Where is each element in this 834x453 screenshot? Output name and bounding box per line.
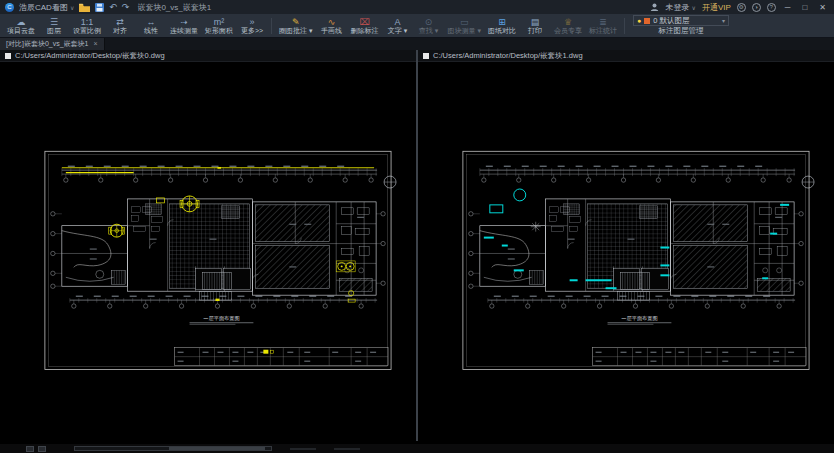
settings-icon[interactable]: ⚙ <box>737 3 746 12</box>
toolbar-item-delete-annotation[interactable]: ⌧删除标注 <box>347 14 381 38</box>
user-icon <box>650 3 659 11</box>
find-icon: ⊙ <box>425 17 433 27</box>
file-path-right: C:/Users/Administrator/Desktop/嵌套块1.dwg <box>433 51 583 61</box>
toolbar-item-drawing-compare[interactable]: ⊞图纸对比 <box>485 14 519 38</box>
freehand-line-label: 手画线 <box>321 27 342 35</box>
zoom-slider-handle[interactable] <box>169 447 265 450</box>
toolbar-item-linear-dim[interactable]: ↔线性 <box>136 14 166 38</box>
toolbar-item-text-annotate[interactable]: A文字 ▾ <box>382 14 412 38</box>
open-file-button[interactable] <box>79 3 90 12</box>
set-scale-icon: 1:1 <box>81 17 94 27</box>
tab-compare-result[interactable]: [对比]嵌套块0_vs_嵌套块1 × <box>0 38 105 50</box>
linear-dim-label: 线性 <box>144 27 158 35</box>
close-button[interactable]: ✕ <box>816 3 829 12</box>
cloud-drive-icon: ☁ <box>17 17 26 27</box>
toolbar-item-continuous-measure[interactable]: ⇢连续测量 <box>167 14 201 38</box>
cad-canvas-right[interactable]: 一层平面布置图 <box>418 62 834 441</box>
drawing-pane-right: C:/Users/Administrator/Desktop/嵌套块1.dwg … <box>418 50 834 441</box>
cad-canvas-left[interactable]: 一层平面布置图 <box>0 62 416 441</box>
chevron-down-icon: ▾ <box>722 17 725 24</box>
toolbar: ☁项目云盘☰图层1:1设置比例⇄对齐↔线性⇢连续测量m²矩形面积»更多>>✎圈图… <box>0 14 834 38</box>
zoom-in-button[interactable] <box>38 446 46 452</box>
toolbar-item-rect-area[interactable]: m²矩形面积 <box>202 14 236 38</box>
toolbar-item-cloud-drive[interactable]: ☁项目云盘 <box>4 14 38 38</box>
open-vip-button[interactable]: 开通VIP <box>702 2 731 13</box>
undo-button[interactable]: ↶ <box>109 3 117 12</box>
layer-color-swatch[interactable] <box>644 18 650 24</box>
text-annotate-icon: A <box>394 17 400 27</box>
rect-area-label: 矩形面积 <box>205 27 233 35</box>
compare-panes: C:/Users/Administrator/Desktop/嵌套块0.dwg … <box>0 50 834 441</box>
toolbar-item-block-measure: ▭图块测量 ▾ <box>444 14 483 38</box>
toolbar-item-layers[interactable]: ☰图层 <box>39 14 69 38</box>
tab-bar: [对比]嵌套块0_vs_嵌套块1 × <box>0 38 834 50</box>
status-text-dim <box>290 448 316 450</box>
file-swatch-icon <box>423 53 429 59</box>
cloud-annotate-label: 圈图批注 ▾ <box>279 27 312 35</box>
toolbar-item-find: ⊙查找 ▾ <box>413 14 443 38</box>
current-layer-dropdown[interactable]: ●0 默认图层▾ <box>633 15 729 26</box>
pane-header-right: C:/Users/Administrator/Desktop/嵌套块1.dwg <box>418 50 834 62</box>
toolbar-item-cloud-annotate[interactable]: ✎圈图批注 ▾ <box>276 14 315 38</box>
block-measure-label: 图块测量 ▾ <box>447 27 480 35</box>
toolbar-item-print[interactable]: ▤打印 <box>520 14 550 38</box>
layer-name: 0 默认图层 <box>653 16 689 26</box>
delete-annotation-icon: ⌧ <box>359 17 369 27</box>
align-icon: ⇄ <box>116 17 124 27</box>
annotation-layer-manage-button[interactable]: 标注图层管理 <box>633 26 729 36</box>
maximize-button[interactable]: □ <box>799 3 810 12</box>
cloud-drive-label: 项目云盘 <box>7 27 35 35</box>
tab-label: [对比]嵌套块0_vs_嵌套块1 <box>6 38 88 50</box>
toolbar-item-vip-exclusive: ♛会员专享 <box>551 14 585 38</box>
plan-title: 一层平面布置图 <box>203 315 239 322</box>
save-button[interactable] <box>95 3 104 12</box>
login-button[interactable]: 未登录 ∨ <box>665 2 695 13</box>
vip-exclusive-label: 会员专享 <box>554 27 582 35</box>
layer-controls: ●0 默认图层▾标注图层管理 <box>633 15 729 36</box>
drawing-compare-label: 图纸对比 <box>488 27 516 35</box>
chevron-down-icon: ∨ <box>70 4 74 11</box>
file-swatch-icon <box>5 53 11 59</box>
more-icon: » <box>249 17 254 27</box>
annotation-stats-icon: ≣ <box>599 17 607 27</box>
vip-exclusive-icon: ♛ <box>564 17 572 27</box>
zoom-out-button[interactable] <box>26 446 34 452</box>
toolbar-item-freehand-line[interactable]: ∿手画线 <box>316 14 346 38</box>
toolbar-item-set-scale[interactable]: 1:1设置比例 <box>70 14 104 38</box>
text-annotate-label: 文字 ▾ <box>388 27 407 35</box>
status-text-dim <box>334 448 360 450</box>
find-label: 查找 ▾ <box>419 27 438 35</box>
folder-icon <box>79 3 90 12</box>
align-label: 对齐 <box>113 27 127 35</box>
drawing-pane-left: C:/Users/Administrator/Desktop/嵌套块0.dwg … <box>0 50 416 441</box>
app-logo-icon: C <box>5 3 14 12</box>
titlebar-round-icons: ⚙◑? <box>737 3 776 12</box>
rect-area-icon: m² <box>214 17 225 27</box>
close-icon[interactable]: × <box>93 38 97 50</box>
minimize-button[interactable]: ─ <box>782 3 794 12</box>
titlebar: C 浩辰CAD看图 ∨ ↶ ↷ 嵌套块0_vs_嵌套块1 <box>0 0 834 14</box>
layers-label: 图层 <box>47 27 61 35</box>
login-label: 未登录 <box>665 2 689 13</box>
help-icon[interactable]: ? <box>767 3 776 12</box>
continuous-measure-icon: ⇢ <box>180 17 188 27</box>
cad-drawing-old[interactable]: 一层平面布置图 <box>0 62 416 441</box>
set-scale-label: 设置比例 <box>73 27 101 35</box>
theme-icon[interactable]: ◑ <box>752 3 761 12</box>
cad-drawing-new[interactable]: 一层平面布置图 <box>418 62 834 441</box>
layer-visibility-icon[interactable]: ● <box>637 17 641 24</box>
save-icon <box>95 3 104 12</box>
toolbar-item-align[interactable]: ⇄对齐 <box>105 14 135 38</box>
cad-viewer-window: C 浩辰CAD看图 ∨ ↶ ↷ 嵌套块0_vs_嵌套块1 <box>0 0 834 453</box>
delete-annotation-label: 删除标注 <box>350 27 378 35</box>
zoom-slider[interactable] <box>74 446 272 451</box>
file-path-left: C:/Users/Administrator/Desktop/嵌套块0.dwg <box>15 51 165 61</box>
redo-button[interactable]: ↷ <box>122 3 130 12</box>
app-menu[interactable]: 浩辰CAD看图 ∨ <box>19 2 74 13</box>
layers-icon: ☰ <box>50 17 58 27</box>
document-title: 嵌套块0_vs_嵌套块1 <box>137 2 211 13</box>
continuous-measure-label: 连续测量 <box>170 27 198 35</box>
toolbar-item-annotation-stats: ≣标注统计 <box>586 14 620 38</box>
more-label: 更多>> <box>241 27 263 35</box>
toolbar-item-more[interactable]: »更多>> <box>237 14 267 38</box>
